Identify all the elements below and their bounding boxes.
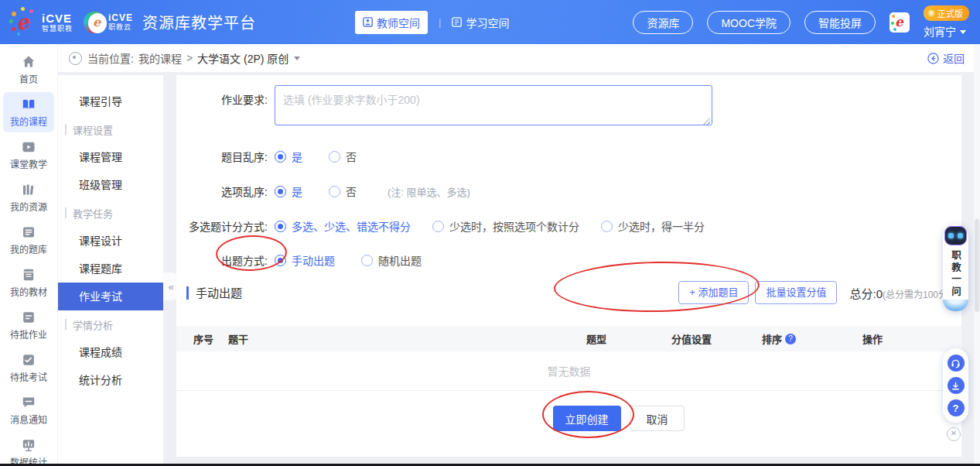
breadcrumb-bar: 当前位置: 我的课程 > 大学语文 (2P) 原创 返回 — [58, 44, 980, 72]
col-stem: 题干 — [228, 331, 586, 346]
header-right-group: 资源库 MOOC学院 智能投屏 e 正式版 刘宵宁 — [633, 5, 969, 39]
form-row-shuffle-options: 选项乱序: 是 否 (注: 限单选、多选) — [176, 183, 961, 199]
total-score-note: (总分需为100分) — [883, 290, 951, 300]
radio-icon — [432, 221, 444, 232]
menu-item-class-management[interactable]: 班级管理 — [58, 171, 163, 199]
create-now-button[interactable]: 立即创建 — [553, 406, 621, 431]
nav-divider: | — [439, 16, 441, 28]
radio-scoring-half[interactable]: 少选时，得一半分 — [601, 218, 705, 234]
manual-question-section-header: 手动出题 + 添加题目 批量设置分值 总分:0(总分需为100分) — [176, 280, 961, 305]
menu-item-statistical-analysis[interactable]: 统计分析 — [58, 366, 163, 394]
customer-service-button[interactable] — [948, 355, 965, 372]
col-actions: 操作 — [862, 331, 961, 346]
radio-icon — [329, 186, 340, 197]
add-question-button[interactable]: + 添加题目 — [678, 281, 749, 304]
breadcrumb-separator: > — [186, 52, 193, 64]
sidebar-item-statistics[interactable]: 数据统计 — [3, 433, 54, 466]
menu-item-course-guide[interactable]: 课程引导 — [58, 87, 163, 115]
scrollbar-thumb[interactable] — [975, 219, 979, 312]
radio-shuffle-options-yes[interactable]: 是 — [275, 183, 302, 199]
scrollbar-track[interactable] — [974, 44, 980, 464]
robot-face-icon — [944, 226, 967, 245]
home-icon — [21, 54, 36, 70]
icve-mini-logo-icon[interactable]: e — [890, 12, 910, 33]
form-row-shuffle-questions: 题目乱序: 是 否 — [176, 149, 961, 164]
radio-shuffle-questions-yes[interactable]: 是 — [275, 149, 302, 164]
left-icon-sidebar: 首页 我的课程 课堂教学 我的资源 我的题库 我的教材 待批作业 待批考试 — [0, 44, 58, 464]
video-play-icon — [21, 139, 36, 155]
radio-icon — [601, 221, 613, 232]
textbook-icon — [21, 267, 36, 283]
radio-shuffle-questions-no[interactable]: 否 — [329, 149, 357, 164]
menu-item-course-design[interactable]: 课程设计 — [58, 227, 163, 255]
radio-random-mode[interactable]: 随机出题 — [361, 252, 422, 268]
smart-cast-button[interactable]: 智能投屏 — [804, 11, 876, 34]
radio-icon — [275, 186, 286, 197]
app-window: e iCVE 智慧职教 e iCVE 职教云 资源库教学平台 教师空间 | 学习… — [0, 0, 980, 466]
zhijiao-assistant-widget[interactable]: 职教一问 — [943, 224, 968, 311]
headset-icon — [951, 358, 961, 368]
section-title: 手动出题 — [186, 286, 242, 300]
breadcrumb-current-course[interactable]: 大学语文 (2P) 原创 — [197, 50, 289, 66]
menu-item-homework-exam[interactable]: 作业考试 — [58, 283, 163, 310]
menu-item-course-grades[interactable]: 课程成绩 — [58, 338, 163, 366]
nav-student-space[interactable]: 学习空间 — [452, 15, 509, 30]
radio-shuffle-options-no[interactable]: 否 — [329, 183, 357, 199]
help-icon[interactable]: ? — [785, 334, 796, 344]
radio-icon — [275, 151, 286, 163]
mooc-college-button[interactable]: MOOC学院 — [707, 11, 790, 34]
close-floating-icon[interactable]: ✕ — [947, 427, 961, 441]
version-badge: 正式版 — [924, 5, 969, 21]
back-arrow-icon — [927, 53, 939, 64]
menu-item-course-question-bank[interactable]: 课程题库 — [58, 255, 163, 283]
back-button[interactable]: 返回 — [927, 50, 965, 66]
icve-primary-logo: iCVE 智慧职教 — [42, 12, 73, 33]
col-order: 排序 ? — [762, 331, 862, 346]
chevron-down-icon[interactable] — [294, 57, 300, 60]
sidebar-item-my-resources[interactable]: 我的资源 — [3, 177, 54, 218]
form-footer: 立即创建 取消 — [176, 406, 961, 431]
message-icon — [21, 395, 36, 410]
location-pin-icon — [69, 52, 82, 65]
assistant-label: 职教一问 — [948, 250, 963, 298]
cancel-button[interactable]: 取消 — [630, 406, 685, 431]
sidebar-item-classroom-teaching[interactable]: 课堂教学 — [3, 135, 54, 175]
sidebar-item-my-textbooks[interactable]: 我的教材 — [3, 262, 54, 303]
icve-cloud-logo-icon: e — [84, 12, 105, 33]
stats-board-icon — [21, 437, 36, 453]
menu-item-course-management[interactable]: 课程管理 — [58, 143, 163, 171]
logo-sub: 智慧职教 — [42, 26, 73, 33]
resource-library-button[interactable]: 资源库 — [633, 11, 693, 34]
breadcrumb-root[interactable]: 我的课程 — [138, 50, 182, 66]
sidebar-item-notifications[interactable]: 消息通知 — [3, 390, 54, 430]
radio-manual-mode[interactable]: 手动出题 — [275, 252, 335, 268]
platform-title: 资源库教学平台 — [142, 11, 256, 33]
sidebar-item-pending-homework[interactable]: 待批作业 — [3, 305, 54, 345]
user-menu[interactable]: 刘宵宁 — [924, 23, 966, 39]
exam-icon — [21, 352, 36, 368]
help-button[interactable]: ? — [948, 399, 965, 416]
sidebar-item-my-courses[interactable]: 我的课程 — [3, 92, 54, 132]
radio-scoring-strict[interactable]: 多选、少选、错选不得分 — [275, 218, 411, 234]
radio-icon — [329, 151, 340, 163]
sidebar-item-home[interactable]: 首页 — [3, 50, 54, 90]
requirement-label: 作业要求: — [176, 91, 268, 107]
floating-toolbar: ? — [943, 348, 968, 423]
book-open-icon — [21, 97, 36, 112]
homework-icon — [21, 310, 36, 325]
logo-sub: 职教云 — [108, 24, 133, 31]
question-bank-icon — [21, 224, 36, 240]
nav-teacher-space[interactable]: 教师空间 — [355, 11, 428, 34]
download-button[interactable] — [948, 377, 965, 394]
col-score: 分值设置 — [671, 331, 762, 346]
radio-scoring-per-option[interactable]: 少选时，按照选项个数计分 — [432, 218, 579, 234]
menu-section-teaching-tasks: 教学任务 — [58, 199, 163, 227]
batch-set-score-button[interactable]: 批量设置分值 — [755, 281, 837, 304]
icve-secondary-logo: iCVE 职教云 — [108, 13, 133, 31]
username: 刘宵宁 — [924, 23, 956, 39]
sidebar-item-my-question-bank[interactable]: 我的题库 — [3, 220, 54, 260]
sidebar-item-pending-exams[interactable]: 待批考试 — [3, 348, 54, 388]
breadcrumb-label: 当前位置: — [87, 50, 134, 66]
requirement-textarea[interactable] — [275, 85, 712, 125]
radio-icon — [275, 255, 286, 266]
